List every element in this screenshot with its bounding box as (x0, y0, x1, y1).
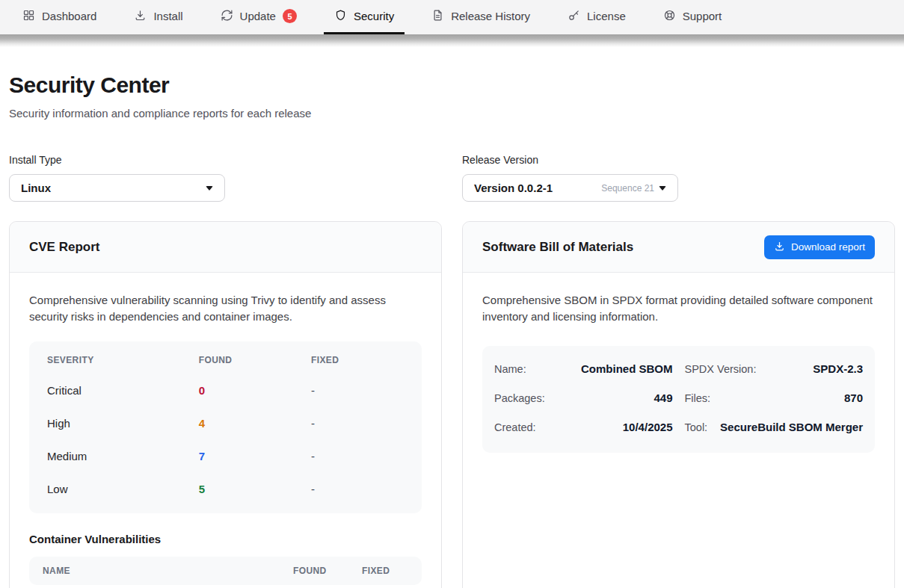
sbom-info-created: Created: 10/4/2025 (494, 421, 673, 433)
fixed-value: - (311, 483, 404, 495)
nav-label: License (587, 10, 626, 22)
info-value: Combined SBOM (581, 362, 673, 375)
found-col-header: FOUND (199, 355, 311, 365)
cve-report-card: CVE Report Comprehensive vulnerability s… (9, 221, 442, 588)
nav-label: Install (153, 10, 182, 22)
container-vulnerabilities-table-header: NAME FOUND FIXED (29, 557, 422, 585)
nav-scroll-shadow (0, 34, 904, 47)
main-content: Security Center Security information and… (0, 72, 904, 588)
severity-label: Low (47, 483, 199, 495)
sbom-card: Software Bill of Materials Download repo… (462, 221, 895, 588)
info-value: 870 (844, 392, 863, 404)
install-type-value: Linux (21, 182, 51, 194)
sbom-info-grid: Name: Combined SBOM SPDX Version: SPDX-2… (482, 346, 875, 453)
nav-item-release-history[interactable]: Release History (421, 0, 541, 34)
nav-label: Dashboard (42, 10, 96, 22)
name-col-header: NAME (43, 566, 293, 576)
info-label: Files: (685, 392, 711, 404)
info-value: 10/4/2025 (623, 421, 673, 433)
key-icon (568, 9, 580, 24)
sbom-info-files: Files: 870 (685, 392, 864, 404)
nav-item-dashboard[interactable]: Dashboard (12, 0, 107, 34)
refresh-icon (221, 9, 233, 24)
nav-item-install[interactable]: Install (123, 0, 193, 34)
fixed-value: - (311, 384, 404, 397)
release-version-value: Version 0.0.2-1 (474, 182, 553, 194)
fixed-value: - (311, 417, 404, 430)
release-version-select[interactable]: Version 0.0.2-1 Sequence 21 (462, 174, 678, 202)
found-value: 4 (199, 417, 311, 430)
info-label: Name: (494, 363, 526, 375)
release-version-label: Release Version (462, 154, 895, 166)
install-type-label: Install Type (9, 154, 442, 166)
table-row-high: High 4 - (29, 407, 422, 440)
fixed-col-header: FIXED (362, 566, 408, 576)
sbom-card-body: Comprehensive SBOM in SPDX format provid… (463, 273, 894, 472)
cve-description: Comprehensive vulnerability scanning usi… (29, 292, 422, 325)
download-icon (134, 9, 147, 24)
cve-card-header: CVE Report (10, 222, 441, 273)
nav-item-update[interactable]: Update 5 (210, 0, 307, 34)
cards-row: CVE Report Comprehensive vulnerability s… (9, 221, 895, 588)
nav-label: Update (240, 10, 276, 22)
lifebuoy-icon (663, 9, 676, 24)
filters-row: Install Type Linux Release Version Versi… (9, 154, 895, 202)
table-row-medium: Medium 7 - (29, 440, 422, 473)
cve-card-body: Comprehensive vulnerability scanning usi… (10, 273, 441, 588)
sbom-description: Comprehensive SBOM in SPDX format provid… (482, 292, 875, 325)
sbom-info-name: Name: Combined SBOM (494, 362, 673, 375)
fixed-col-header: FIXED (311, 355, 404, 365)
severity-table: SEVERITY FOUND FIXED Critical 0 - High 4… (29, 341, 422, 513)
sbom-card-title: Software Bill of Materials (482, 240, 633, 255)
found-col-header: FOUND (293, 566, 362, 576)
cve-card-title: CVE Report (29, 240, 99, 255)
download-report-button[interactable]: Download report (764, 235, 875, 259)
sbom-info-tool: Tool: SecureBuild SBOM Merger (685, 421, 864, 433)
sbom-card-header: Software Bill of Materials Download repo… (463, 222, 894, 273)
release-sequence-meta: Sequence 21 (601, 183, 654, 194)
grid-icon (22, 9, 35, 24)
found-value: 0 (199, 384, 311, 397)
nav-label: Security (354, 10, 394, 22)
release-version-filter: Release Version Version 0.0.2-1 Sequence… (462, 154, 895, 202)
info-value: SecureBuild SBOM Merger (720, 421, 863, 433)
container-vulnerabilities-heading: Container Vulnerabilities (29, 533, 422, 545)
fixed-value: - (311, 450, 404, 462)
nav-item-license[interactable]: License (557, 0, 636, 34)
top-navigation: Dashboard Install Update 5 Security Rele… (0, 0, 904, 34)
download-icon (774, 241, 785, 254)
page-subtitle: Security information and compliance repo… (9, 107, 895, 120)
severity-table-header: SEVERITY FOUND FIXED (29, 346, 422, 374)
install-type-select[interactable]: Linux (9, 174, 225, 202)
chevron-down-icon (206, 186, 213, 191)
install-type-filter: Install Type Linux (9, 154, 442, 202)
found-value: 5 (199, 483, 311, 495)
info-value: SPDX-2.3 (813, 362, 863, 375)
update-count-badge: 5 (283, 9, 297, 23)
download-report-label: Download report (791, 241, 865, 253)
nav-item-support[interactable]: Support (653, 0, 733, 34)
file-text-icon (431, 9, 444, 24)
info-label: Created: (494, 421, 536, 433)
info-value: 449 (654, 392, 672, 404)
table-row-critical: Critical 0 - (29, 374, 422, 407)
nav-label: Release History (451, 10, 530, 22)
info-label: SPDX Version: (685, 363, 757, 375)
nav-label: Support (683, 10, 722, 22)
severity-label: Medium (47, 450, 199, 462)
shield-icon (334, 9, 347, 24)
page-title: Security Center (9, 72, 895, 98)
sbom-info-packages: Packages: 449 (494, 392, 673, 404)
table-row-low: Low 5 - (29, 473, 422, 506)
info-label: Tool: (685, 421, 708, 433)
chevron-down-icon (659, 186, 666, 191)
nav-item-security[interactable]: Security (324, 0, 405, 34)
severity-label: Critical (47, 384, 199, 397)
info-label: Packages: (494, 392, 545, 404)
found-value: 7 (199, 450, 311, 462)
severity-label: High (47, 417, 199, 430)
severity-col-header: SEVERITY (47, 355, 199, 365)
sbom-info-spdx-version: SPDX Version: SPDX-2.3 (685, 362, 864, 375)
